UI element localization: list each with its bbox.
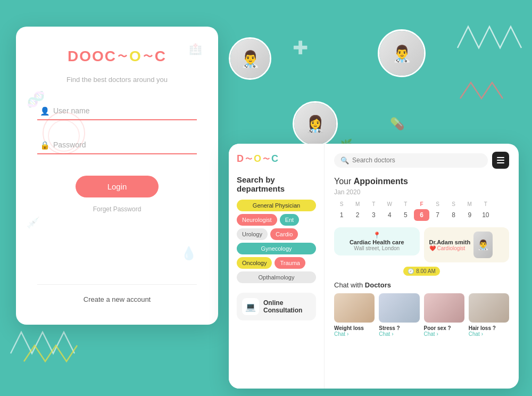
tag-neurologist[interactable]: Neurologist bbox=[237, 214, 277, 226]
day-m1: M bbox=[350, 201, 365, 207]
calendar-day-labels: S M T W T F S S M T bbox=[334, 201, 509, 207]
avatar-doctor-2: 👨‍⚕️ bbox=[378, 29, 426, 77]
password-input[interactable] bbox=[37, 136, 197, 154]
time-badge: 🕗 8.00 AM bbox=[403, 267, 440, 276]
chat-link-weight[interactable]: Chat › bbox=[334, 331, 375, 337]
tag-gynecology[interactable]: Gynecology bbox=[237, 243, 316, 254]
chat-link-sex[interactable]: Chat › bbox=[424, 331, 464, 337]
date-2[interactable]: 2 bbox=[350, 209, 365, 221]
search-input[interactable] bbox=[352, 156, 481, 164]
time-row: 🕗 8.00 AM bbox=[334, 267, 509, 276]
day-s3: S bbox=[446, 201, 461, 207]
appointment-row: 📍 Cardiac Health care Wall street, Londo… bbox=[334, 227, 509, 262]
login-card: 🧬 🏥 💉 💧 DOOC 〜 O 〜 C Find the best docto… bbox=[16, 27, 218, 325]
date-6-today[interactable]: 6 bbox=[414, 209, 429, 221]
tag-opthalmology[interactable]: Opthalmology bbox=[237, 271, 316, 283]
day-s2: S bbox=[430, 201, 445, 207]
menu-line-2 bbox=[497, 160, 504, 161]
create-account-link[interactable]: Create a new account bbox=[37, 284, 197, 303]
clinic-address: Wall street, London bbox=[339, 245, 414, 251]
search-box: 🔍 bbox=[334, 153, 488, 168]
lock-icon: 🔒 bbox=[40, 141, 50, 150]
avatar-doctor-1: 👨‍⚕️ bbox=[229, 37, 271, 80]
chat-thumb-weight bbox=[334, 293, 375, 323]
username-input[interactable] bbox=[37, 102, 197, 120]
calendar-dates: 1 2 3 4 5 6 7 8 9 10 bbox=[334, 209, 509, 221]
date-1[interactable]: 1 bbox=[334, 209, 349, 221]
date-8[interactable]: 8 bbox=[446, 209, 461, 221]
chat-item-stress[interactable]: Stress ? Chat › bbox=[379, 293, 419, 337]
inject-deco-icon: 💉 bbox=[27, 216, 40, 229]
dashboard-card: D 〜 O 〜 C Search by departments General … bbox=[229, 144, 519, 389]
login-logo: DOOC 〜 O 〜 C bbox=[68, 48, 167, 65]
dashboard-logo: D 〜 O 〜 C bbox=[237, 153, 316, 164]
date-10[interactable]: 10 bbox=[478, 209, 493, 221]
doctor-thumbnail: 👨‍⚕️ bbox=[473, 232, 493, 258]
chat-item-sex[interactable]: Poor sex ? Chat › bbox=[424, 293, 464, 337]
chat-label-sex: Poor sex ? bbox=[424, 325, 464, 331]
menu-line-1 bbox=[497, 157, 504, 158]
heart-icon: ❤️ bbox=[429, 245, 436, 251]
avatar-doctor-3: 👩‍⚕️ bbox=[293, 101, 338, 146]
day-t1: T bbox=[366, 201, 381, 207]
chat-thumb-stress bbox=[379, 293, 419, 323]
chat-section: Chat with Doctors Weight loss Chat › Str… bbox=[334, 281, 509, 337]
chat-items: Weight loss Chat › Stress ? Chat › Poor … bbox=[334, 293, 509, 337]
calendar: S M T W T F S S M T 1 2 3 4 5 6 7 8 9 bbox=[334, 201, 509, 221]
chat-label-hair: Hair loss ? bbox=[469, 325, 509, 331]
chat-thumb-hair bbox=[469, 293, 509, 323]
chat-item-weight-loss[interactable]: Weight loss Chat › bbox=[334, 293, 375, 337]
chat-item-hair[interactable]: Hair loss ? Chat › bbox=[469, 293, 509, 337]
menu-button[interactable] bbox=[492, 152, 509, 169]
chat-link-stress[interactable]: Chat › bbox=[379, 331, 419, 337]
online-consultation-text: Online Consultation bbox=[263, 299, 302, 314]
day-s1: S bbox=[334, 201, 349, 207]
user-icon: 👤 bbox=[40, 106, 50, 116]
tag-urology[interactable]: Urology bbox=[237, 228, 268, 240]
dashboard-main: 🔍 Your Appoinments Jan 2020 S M T W T F bbox=[325, 144, 519, 389]
chat-label-weight: Weight loss bbox=[334, 325, 375, 331]
dashboard-header: 🔍 bbox=[334, 152, 509, 169]
tag-oncology[interactable]: Oncology bbox=[237, 257, 272, 269]
username-input-group: 👤 bbox=[37, 102, 197, 120]
day-f: F bbox=[414, 201, 429, 207]
appointment-card-location[interactable]: 📍 Cardiac Health care Wall street, Londo… bbox=[334, 227, 420, 255]
online-consultation-icon: 💻 bbox=[242, 298, 259, 315]
online-consultation-btn[interactable]: 💻 Online Consultation bbox=[237, 293, 316, 320]
date-3[interactable]: 3 bbox=[366, 209, 381, 221]
search-icon: 🔍 bbox=[340, 156, 349, 164]
date-9[interactable]: 9 bbox=[462, 209, 477, 221]
cross-deco-icon: 🏥 bbox=[189, 43, 202, 55]
date-4[interactable]: 4 bbox=[382, 209, 397, 221]
tag-ent[interactable]: Ent bbox=[280, 214, 300, 226]
login-button[interactable]: Login bbox=[76, 176, 159, 197]
drop-deco-icon: 💧 bbox=[181, 246, 197, 261]
day-w: W bbox=[382, 201, 397, 207]
appointments-month: Jan 2020 bbox=[334, 188, 509, 196]
password-input-group: 🔒 bbox=[37, 136, 197, 154]
day-m2: M bbox=[462, 201, 477, 207]
departments-title: departments bbox=[237, 184, 316, 193]
day-t2: T bbox=[398, 201, 413, 207]
appointment-card-doctor[interactable]: Dr.Adam smith ❤️ Cardiologist 👨‍⚕️ bbox=[424, 227, 510, 262]
chat-link-hair[interactable]: Chat › bbox=[469, 331, 509, 337]
date-7[interactable]: 7 bbox=[430, 209, 445, 221]
forget-password-link[interactable]: Forget Password bbox=[93, 205, 142, 213]
day-t3: T bbox=[478, 201, 493, 207]
departments-section-label: Search by departments bbox=[237, 175, 316, 193]
location-pin-icon: 📍 bbox=[339, 232, 414, 239]
menu-line-3 bbox=[497, 162, 504, 163]
tag-general-physician[interactable]: General Physician bbox=[237, 200, 316, 211]
clinic-name: Cardiac Health care bbox=[339, 239, 414, 245]
appointment-time: 8.00 AM bbox=[416, 268, 436, 274]
date-5[interactable]: 5 bbox=[398, 209, 413, 221]
tag-cardio[interactable]: Cardio bbox=[270, 228, 298, 240]
doctor-name: Dr.Adam smith bbox=[429, 239, 471, 245]
doctor-info: Dr.Adam smith ❤️ Cardiologist bbox=[429, 239, 471, 251]
dashboard-sidebar: D 〜 O 〜 C Search by departments General … bbox=[229, 144, 325, 389]
chat-thumb-sex bbox=[424, 293, 464, 323]
appointments-title: Your Appoinments bbox=[334, 177, 509, 186]
doctor-specialty: ❤️ Cardiologist bbox=[429, 245, 471, 251]
tag-trauma[interactable]: Trauma bbox=[275, 257, 305, 269]
chat-title: Chat with Doctors bbox=[334, 281, 509, 289]
